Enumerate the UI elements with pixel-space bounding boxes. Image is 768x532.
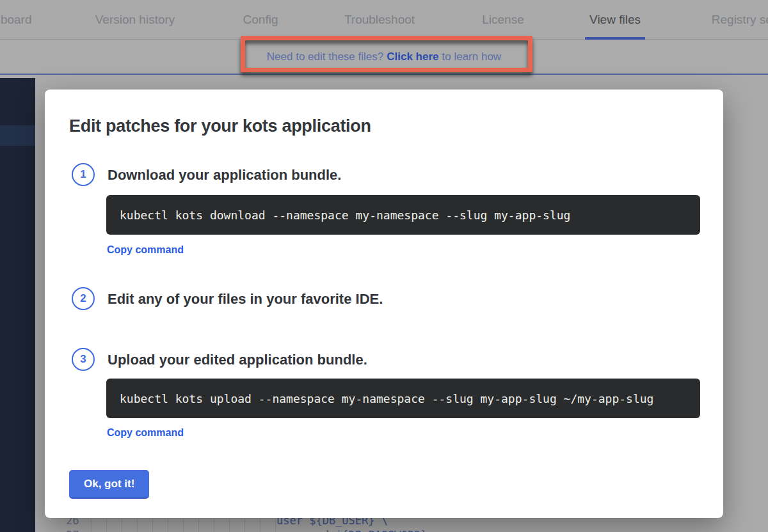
tab-version-history[interactable]: Version history (95, 0, 175, 40)
download-command-code-block: kubectl kots download --namespace my-nam… (106, 195, 700, 235)
step-2-heading: Edit any of your files in your favorite … (108, 291, 383, 308)
tab-config[interactable]: Config (243, 0, 278, 40)
banner-text-suffix: to learn how (442, 51, 502, 63)
copy-download-command-link[interactable]: Copy command (107, 244, 184, 256)
tab-registry-settings[interactable]: Registry settings (712, 0, 768, 40)
upload-command-code-block: kubectl kots upload --namespace my-names… (106, 379, 700, 418)
step-1-number-badge: 1 (72, 163, 95, 186)
editor-line: 27 password ${DB_PASSWORD} (0, 529, 768, 532)
banner-click-here-link[interactable]: Click here (387, 51, 438, 63)
tab-view-files[interactable]: View files (589, 0, 641, 40)
step-1-heading: Download your application bundle. (108, 167, 341, 184)
file-tree-selected-item[interactable] (0, 125, 35, 146)
tab-license[interactable]: License (482, 0, 524, 40)
banner-text-prefix: Need to edit these files? (267, 51, 383, 63)
editor-line-text: password ${DB_PASSWORD} (276, 529, 427, 532)
modal-title: Edit patches for your kots application (69, 116, 371, 136)
copy-upload-command-link[interactable]: Copy command (107, 427, 184, 439)
ok-got-it-button[interactable]: Ok, got it! (69, 470, 149, 499)
banner-divider (0, 74, 768, 75)
step-3-heading: Upload your edited application bundle. (108, 352, 367, 368)
tab-troubleshoot[interactable]: Troubleshoot (344, 0, 415, 40)
edit-files-banner: Need to edit these files? Click here to … (0, 40, 768, 74)
step-3-number-badge: 3 (72, 348, 95, 371)
step-2-number-badge: 2 (72, 287, 95, 310)
file-tree-sidebar (0, 78, 35, 532)
tab-dashboard[interactable]: Dashboard (0, 0, 31, 40)
edit-patches-modal: Edit patches for your kots application 1… (45, 90, 723, 518)
app-nav-bar: Dashboard Version history Config Trouble… (0, 0, 768, 40)
editor-line-number: 27 (66, 529, 79, 532)
